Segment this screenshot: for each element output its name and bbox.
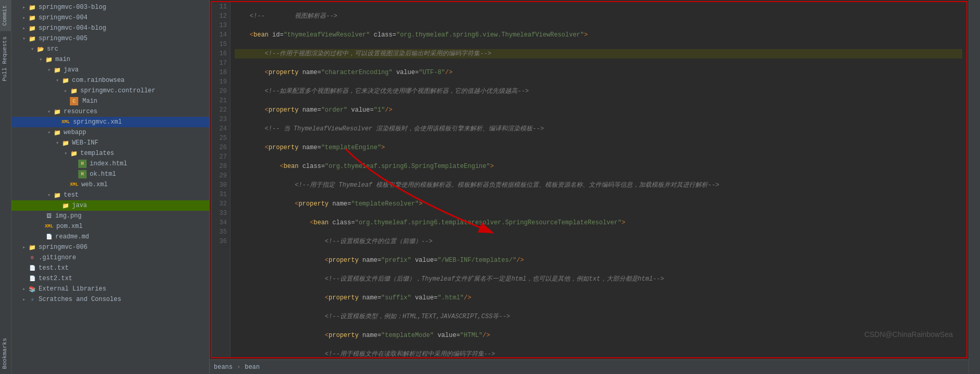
tree-item-scratches[interactable]: ⚡ Scratches and Consoles xyxy=(11,294,209,305)
tree-item-readme-md[interactable]: 📄 readme.md xyxy=(11,232,209,242)
tree-item-Main[interactable]: C Main xyxy=(11,96,209,106)
txt-file-icon: 📄 xyxy=(28,274,37,283)
tree-item-springmvc-003-blog[interactable]: 📁 springmvc-003-blog xyxy=(11,2,209,13)
folder-java-icon: 📁 xyxy=(53,66,62,74)
tree-item-web-xml[interactable]: XML web.xml xyxy=(11,179,209,190)
tree-label: springmvc-005 xyxy=(39,35,88,42)
code-line-12: <bean id="thymeleafViewResolver" class="… xyxy=(235,30,962,40)
tree-label: .gitignore xyxy=(39,254,76,261)
tree-item-test-java[interactable]: 📁 java xyxy=(11,200,209,211)
tree-item-springmvc-004[interactable]: 📁 springmvc-004 xyxy=(11,13,209,23)
tree-arrow xyxy=(28,46,37,52)
txt-file-icon: 📄 xyxy=(28,264,37,272)
tree-label: resources xyxy=(64,108,98,115)
code-line-26: <property name="suffix" value=".html"/> xyxy=(235,293,962,303)
tree-item-springmvc-controller[interactable]: 📁 springmvc.controller xyxy=(11,86,209,96)
tree-label: src xyxy=(47,45,58,53)
breadcrumb-beans: beans xyxy=(214,364,233,371)
folder-icon: 📁 xyxy=(62,76,70,85)
scratches-label: Scratches and Consoles xyxy=(39,296,121,303)
tree-label: ok.html xyxy=(90,171,116,178)
tree-item-src[interactable]: 📂 src xyxy=(11,44,209,54)
scratches-icon: ⚡ xyxy=(28,295,37,304)
tree-item-java[interactable]: 📁 java xyxy=(11,65,209,75)
folder-icon: 📁 xyxy=(70,87,78,95)
tree-item-test[interactable]: 📁 test xyxy=(11,190,209,200)
project-sidebar: 📁 springmvc-003-blog 📁 springmvc-004 📁 s… xyxy=(11,0,210,374)
code-line-20: <!--用于指定 Thymeleaf 模板引擎使用的模板解析器。模板解析器负责根… xyxy=(235,180,962,190)
tree-label: test2.txt xyxy=(39,275,72,282)
code-line-27: <!--设置模板类型，例如：HTML,TEXT,JAVASCRIPT,CSS等-… xyxy=(235,312,962,321)
tree-label: img.png xyxy=(55,212,81,220)
tree-item-gitignore[interactable]: ⚙ .gitignore xyxy=(11,252,209,263)
tree-item-springmvc-005[interactable]: 📁 springmvc-005 xyxy=(11,33,209,44)
tree-item-templates[interactable]: 📁 templates xyxy=(11,148,209,159)
code-line-28: <property name="templateMode" value="HTM… xyxy=(235,331,962,340)
tree-item-resources[interactable]: 📁 resources xyxy=(11,106,209,117)
tree-item-test-txt[interactable]: 📄 test.txt xyxy=(11,263,209,273)
code-line-25: <!--设置模板文件后缀（后缀），Thymeleaf文件扩展名不一定是html，… xyxy=(235,274,962,284)
tree-label: java xyxy=(64,66,79,74)
folder-icon: 📁 xyxy=(62,139,70,147)
tree-label: springmvc.controller xyxy=(80,87,155,94)
tree-arrow xyxy=(20,286,28,292)
tree-arrow xyxy=(20,25,28,31)
code-line-24: <property name="prefix" value="/WEB-INF/… xyxy=(235,256,962,265)
code-line-29: <!--用于模板文件在读取和解析过程中采用的编码字符集--> xyxy=(235,349,962,357)
tree-arrow-springmvc-003-blog xyxy=(20,4,28,10)
tree-item-external-libraries[interactable]: 📚 External Libraries xyxy=(11,284,209,294)
right-tool-strip xyxy=(969,0,980,374)
tree-item-com-rainbowsea[interactable]: 📁 com.rainbowsea xyxy=(11,75,209,86)
project-tree: 📁 springmvc-003-blog 📁 springmvc-004 📁 s… xyxy=(11,0,209,374)
tree-arrow xyxy=(45,67,53,73)
tree-arrow xyxy=(37,56,45,63)
code-container[interactable]: 11 12 13 14 15 16 17 18 19 20 21 22 23 2… xyxy=(212,2,966,357)
code-line-11: <!-- 视图解析器--> xyxy=(235,11,962,21)
templates-label: templates xyxy=(80,150,114,157)
tree-item-index-html[interactable]: H index.html xyxy=(11,159,209,169)
code-line-19: <bean class="org.thymeleaf.spring6.Sprin… xyxy=(235,162,962,171)
tree-item-main[interactable]: 📁 main xyxy=(11,54,209,65)
tree-item-springmvc-006[interactable]: 📁 springmvc-006 xyxy=(11,242,209,252)
gitignore-icon: ⚙ xyxy=(28,254,37,262)
xml-file-icon: XML xyxy=(62,118,70,126)
folder-icon: 📁 xyxy=(28,3,37,11)
tree-label: springmvc.xml xyxy=(73,118,122,126)
pull-requests-tool[interactable]: Pull Requests xyxy=(0,31,11,87)
tree-arrow xyxy=(62,88,70,94)
tree-item-springmvc-xml[interactable]: XML springmvc.xml xyxy=(11,117,209,127)
tree-label: web.xml xyxy=(81,181,107,188)
breadcrumb-bean: bean xyxy=(245,364,260,371)
folder-icon: 📁 xyxy=(28,14,37,22)
code-line-17: <!-- 当 ThymeleafViewResolver 渲染模板时，会使用该模… xyxy=(235,124,962,134)
xml-file-icon: XML xyxy=(45,222,53,231)
tree-item-springmvc-004-blog[interactable]: 📁 springmvc-004-blog xyxy=(11,23,209,33)
folder-icon: 📁 xyxy=(70,149,78,158)
folder-icon: 📁 xyxy=(28,24,37,32)
tree-arrow xyxy=(53,77,62,83)
tree-item-WEB-INF[interactable]: 📁 WEB-INF xyxy=(11,138,209,148)
tree-label: Main xyxy=(82,98,98,105)
tree-item-ok-html[interactable]: H ok.html xyxy=(11,169,209,179)
code-line-22: <bean class="org.thymeleaf.spring6.templ… xyxy=(235,218,962,227)
commit-tool[interactable]: Commit xyxy=(0,0,11,31)
tree-item-webapp[interactable]: 📁 webapp xyxy=(11,127,209,138)
tree-label: springmvc-004-blog xyxy=(39,25,106,32)
code-line-13: <!--作用于视图渲染的过程中，可以设置视图渲染后输出时采用的编码字符集--> xyxy=(235,49,962,58)
folder-icon: 📁 xyxy=(53,107,62,116)
folder-icon: 📁 xyxy=(28,34,37,43)
tree-item-test2-txt[interactable]: 📄 test2.txt xyxy=(11,273,209,284)
html-file-icon: H xyxy=(78,160,87,168)
xml-file-icon: XML xyxy=(70,180,78,189)
tree-label: springmvc-004 xyxy=(39,14,88,21)
tree-item-img-png[interactable]: 🖼 img.png xyxy=(11,211,209,221)
tree-arrow xyxy=(20,35,28,42)
tree-label: com.rainbowsea xyxy=(72,77,125,84)
folder-icon: 📁 xyxy=(53,128,62,137)
bookmarks-tool[interactable]: Bookmarks xyxy=(0,333,11,374)
editor-wrapper: 11 12 13 14 15 16 17 18 19 20 21 22 23 2… xyxy=(210,0,969,359)
tree-item-pom-xml[interactable]: XML pom.xml xyxy=(11,221,209,232)
md-file-icon: 📄 xyxy=(45,233,53,241)
editor-area: 11 12 13 14 15 16 17 18 19 20 21 22 23 2… xyxy=(211,1,967,358)
breadcrumb-sep-1: › xyxy=(237,364,240,371)
